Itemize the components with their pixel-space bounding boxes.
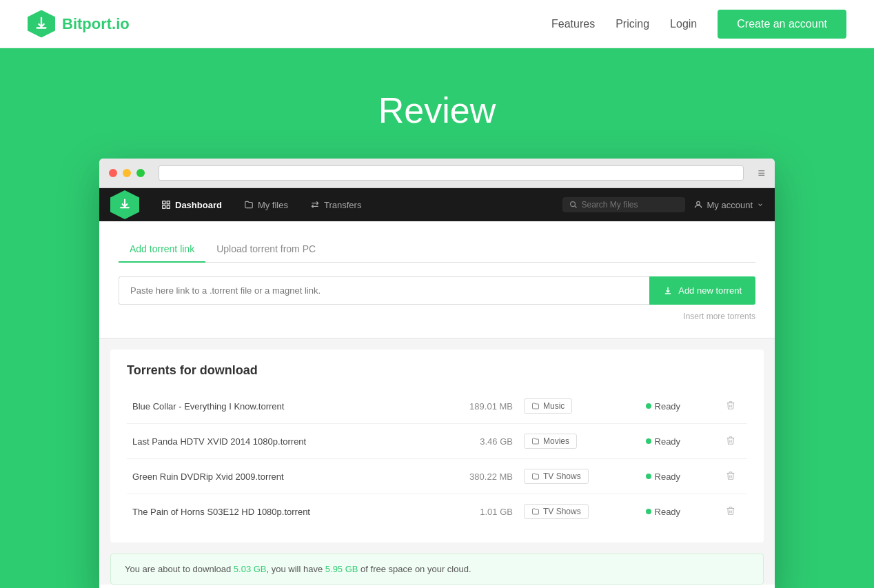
summary-text-before: You are about to download (125, 564, 234, 574)
summary-text-after: of free space on your cloud. (358, 564, 471, 574)
torrent-category-cell: Movies (518, 424, 640, 459)
torrent-category-badge: Movies (524, 434, 577, 449)
torrent-name: Green Ruin DVDRip Xvid 2009.torrent (127, 459, 431, 494)
torrent-name: The Pain of Horns S03E12 HD 1080p.torren… (127, 494, 431, 529)
svg-rect-0 (163, 201, 165, 204)
torrent-category-badge: TV Shows (524, 504, 589, 519)
brand-name: Bitport.io (62, 15, 130, 33)
torrent-list-title: Torrents for download (127, 363, 747, 378)
svg-rect-2 (163, 205, 165, 208)
window-dot-green (136, 169, 145, 177)
nav-transfers[interactable]: Transfers (299, 188, 372, 221)
summary-text-middle: , you will have (267, 564, 325, 574)
app-content: Add torrent link Upload torrent from PC … (99, 221, 775, 585)
window-chrome: ≡ (99, 159, 775, 188)
torrent-size: 189.01 MB (431, 389, 518, 424)
torrent-name: Blue Collar - Everything I Know.torrent (127, 389, 431, 424)
app-nav-links: Dashboard My files Transfers (150, 188, 554, 221)
tab-add-link[interactable]: Add torrent link (119, 238, 205, 263)
svg-point-4 (570, 202, 575, 207)
summary-free-space: 5.95 GB (325, 564, 358, 574)
torrent-input-row: Add new torrent (119, 276, 755, 305)
app-logo (110, 190, 139, 219)
app-window: ≡ Dashboard My files Trans (99, 159, 775, 588)
status-dot (646, 403, 651, 409)
torrent-status-cell: Ready (640, 494, 714, 529)
app-account-menu[interactable]: My account (693, 200, 764, 210)
torrent-category-badge: TV Shows (524, 469, 589, 484)
torrent-link-input[interactable] (119, 276, 649, 305)
torrent-delete-button[interactable] (714, 494, 747, 529)
nav-pricing[interactable]: Pricing (616, 18, 649, 30)
torrent-delete-button[interactable] (714, 424, 747, 459)
torrent-size: 1.01 GB (431, 494, 518, 529)
torrent-size: 380.22 MB (431, 459, 518, 494)
hero-section: Review ≡ Dashboard (0, 48, 874, 588)
nav-dashboard-label: Dashboard (175, 200, 222, 210)
svg-line-5 (574, 206, 576, 208)
torrent-name: Last Panda HDTV XVID 2014 1080p.torrent (127, 424, 431, 459)
torrent-category-cell: Music (518, 389, 640, 424)
brand-icon (28, 10, 55, 38)
nav-transfers-label: Transfers (324, 200, 361, 210)
tab-upload-pc[interactable]: Upload torrent from PC (205, 238, 327, 263)
torrent-status-badge: Ready (646, 472, 681, 482)
torrent-status-badge: Ready (646, 401, 681, 412)
hero-title: Review (378, 90, 496, 131)
torrent-status-cell: Ready (640, 424, 714, 459)
navbar-links: Features Pricing Login Create an account (551, 10, 846, 39)
torrent-category-cell: TV Shows (518, 459, 640, 494)
create-account-button[interactable]: Create an account (718, 10, 846, 39)
torrent-tabs: Add torrent link Upload torrent from PC (119, 238, 755, 263)
table-row: The Pain of Horns S03E12 HD 1080p.torren… (127, 494, 747, 529)
torrent-list-section: Torrents for download Blue Collar - Ever… (110, 349, 764, 543)
torrent-status-badge: Ready (646, 436, 681, 447)
svg-point-6 (696, 201, 700, 205)
table-row: Green Ruin DVDRip Xvid 2009.torrent 380.… (127, 459, 747, 494)
torrent-size: 3.46 GB (431, 424, 518, 459)
brand-logo[interactable]: Bitport.io (28, 10, 130, 38)
add-torrent-label: Add new torrent (678, 285, 742, 296)
window-url-bar[interactable] (159, 165, 744, 181)
app-search-bar[interactable] (562, 197, 685, 212)
torrent-add-section: Add torrent link Upload torrent from PC … (99, 221, 775, 338)
torrent-delete-button[interactable] (714, 459, 747, 494)
torrent-category-badge: Music (524, 398, 572, 414)
window-dot-red (109, 169, 117, 177)
status-dot (646, 438, 651, 444)
window-dot-yellow (123, 169, 131, 177)
summary-bar: You are about to download 5.03 GB, you w… (110, 554, 764, 585)
search-input[interactable] (582, 200, 678, 210)
nav-features[interactable]: Features (551, 18, 595, 30)
torrent-delete-button[interactable] (714, 389, 747, 424)
torrent-status-cell: Ready (640, 459, 714, 494)
summary-download-size: 5.03 GB (234, 564, 267, 574)
window-menu-icon: ≡ (758, 167, 765, 179)
nav-my-files[interactable]: My files (233, 188, 299, 221)
status-dot (646, 509, 651, 514)
nav-dashboard[interactable]: Dashboard (150, 188, 233, 221)
insert-more-link[interactable]: Insert more torrents (119, 312, 755, 321)
torrent-category-cell: TV Shows (518, 494, 640, 529)
table-row: Blue Collar - Everything I Know.torrent … (127, 389, 747, 424)
nav-my-files-label: My files (258, 200, 288, 210)
torrent-table: Blue Collar - Everything I Know.torrent … (127, 389, 747, 529)
add-torrent-button[interactable]: Add new torrent (649, 276, 755, 305)
app-account-label: My account (707, 200, 753, 210)
torrent-status-badge: Ready (646, 507, 681, 517)
navbar: Bitport.io Features Pricing Login Create… (0, 0, 874, 48)
app-nav: Dashboard My files Transfers My account (99, 188, 775, 221)
svg-rect-3 (167, 205, 170, 208)
table-row: Last Panda HDTV XVID 2014 1080p.torrent … (127, 424, 747, 459)
torrent-status-cell: Ready (640, 389, 714, 424)
status-dot (646, 474, 651, 479)
svg-rect-1 (167, 201, 170, 204)
nav-login[interactable]: Login (670, 18, 697, 30)
